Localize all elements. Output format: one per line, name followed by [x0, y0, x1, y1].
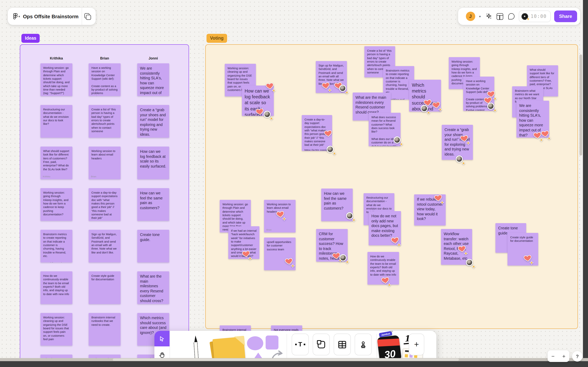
sticky-note-author: Krithika	[43, 175, 50, 178]
sticky-note[interactable]: Brainstorm internal runbooks that we nee…	[89, 313, 121, 346]
sticky-note[interactable]: Working session: cleaning up and organiz…	[41, 313, 72, 346]
sticky-note-text: What are the main milestones every Resen…	[140, 274, 167, 303]
sticky-note[interactable]: Have a working session on Knowledge Cent…	[89, 63, 121, 96]
horizontal-scrollbar[interactable]	[113, 359, 459, 361]
window-edge-right	[583, 0, 588, 367]
zoom-out-button[interactable]: −	[547, 350, 558, 362]
sticky-note[interactable]: Working session to learn about email hea…	[89, 147, 121, 179]
heart-sparkle-sticker[interactable]	[432, 101, 441, 110]
text-tool-button[interactable]: T	[292, 334, 309, 355]
chat-icon[interactable]	[507, 12, 515, 20]
sticky-note[interactable]: Create a “grab your shoes and run” model…	[442, 125, 473, 160]
sticky-note[interactable]: If we had an internal “hack week/launch …	[228, 226, 259, 259]
heart-sparkle-sticker[interactable]	[242, 250, 251, 259]
sticky-note[interactable]: Sign up for Mailgun, SendGrid, and Postm…	[316, 61, 347, 93]
sticky-note-text: Create a “grab your shoes and run” model…	[140, 108, 167, 137]
sticky-note[interactable]: Working session: go through Plain and de…	[41, 63, 72, 96]
sticky-note[interactable]: Working session: going through Inkeep in…	[41, 188, 72, 221]
heart-sparkle-sticker[interactable]	[284, 258, 294, 266]
sticky-note[interactable]: Create style guide for documentation	[507, 233, 538, 266]
heart-sparkle-sticker[interactable]	[434, 194, 443, 203]
avatar-sticker[interactable]	[338, 84, 348, 93]
sticky-note[interactable]: Create tone guide.	[137, 230, 169, 262]
sticky-note[interactable]: Create a list of “this person is having …	[89, 105, 121, 138]
ai-sparkle-icon[interactable]	[485, 12, 493, 20]
sticky-note[interactable]: How do we continuously enable the team t…	[368, 252, 399, 284]
heart-sparkle-sticker[interactable]	[321, 82, 331, 91]
square-shape-tool[interactable]	[266, 335, 278, 350]
select-tool-button[interactable]	[154, 331, 169, 346]
heart-sparkle-sticker[interactable]	[276, 211, 285, 219]
voting-section-label[interactable]: Voting	[207, 34, 227, 43]
music-icon	[521, 13, 529, 20]
add-more-tools-button[interactable]: +	[409, 334, 424, 355]
sticky-note[interactable]: Create a “grab your shoes and run” model…	[137, 105, 169, 138]
help-button[interactable]: ?	[572, 351, 583, 362]
avatar-sticker[interactable]	[339, 254, 348, 262]
heart-sparkle-sticker[interactable]	[541, 130, 550, 139]
zoom-in-button[interactable]: +	[558, 350, 569, 362]
heart-sparkle-sticker[interactable]	[457, 245, 467, 254]
sticky-note[interactable]: Restructuring our documentation - what d…	[41, 105, 72, 138]
sticky-note[interactable]: We are consistently hitting SLA's, how c…	[516, 101, 549, 138]
avatar-sticker[interactable]	[487, 102, 496, 111]
sticky-note[interactable]: Create a day-to-day support expectations…	[89, 188, 121, 221]
avatar-sticker[interactable]	[393, 136, 402, 145]
sticky-note[interactable]: upsell opportunities for customer succes…	[264, 238, 295, 270]
chevron-down-icon[interactable]: ▼	[18, 15, 21, 18]
sticky-note[interactable]: Create style guide for documentation	[89, 271, 121, 304]
ellipse-shape-tool[interactable]	[247, 336, 263, 350]
column-label[interactable]: Krithika	[50, 56, 63, 60]
sticky-note[interactable]: How do we not only add new docs pages, b…	[369, 211, 401, 245]
sticky-note-text: Working session: cleaning up and organiz…	[43, 316, 70, 341]
sticky-note[interactable]: Workflow transfer: watch each other use …	[441, 229, 472, 265]
heart-sparkle-sticker[interactable]	[381, 277, 390, 285]
ideas-section-label[interactable]: Ideas	[21, 34, 40, 43]
sticky-note[interactable]: Create a day-to-day support expectations…	[302, 115, 332, 151]
sticky-note[interactable]: Brainstorm metrics to create reporting o…	[41, 230, 72, 262]
sticky-note-text: What are the main milestones every Resen…	[355, 95, 388, 115]
stamp-tool-button[interactable]	[355, 334, 372, 355]
templates-icon[interactable]	[496, 12, 504, 20]
boards-icon[interactable]	[86, 13, 89, 20]
heart-sparkle-sticker[interactable]	[460, 135, 469, 143]
sticky-note[interactable]: What does success mean for a Resend cust…	[369, 113, 401, 146]
sticky-note[interactable]: Sign up for Mailgun, SendGrid, and Postm…	[89, 230, 121, 262]
avatar-sticker[interactable]	[345, 212, 355, 220]
sticky-note[interactable]: Have a working session on Knowledge Cent…	[463, 77, 494, 111]
sticky-note-author: Brian	[91, 175, 96, 178]
share-button[interactable]: Share	[554, 10, 577, 22]
avatar-sticker[interactable]	[326, 145, 335, 154]
heart-sparkle-sticker[interactable]	[390, 237, 400, 245]
avatar-sticker[interactable]	[263, 110, 272, 119]
avatar-chevron-icon[interactable]: ▼	[479, 15, 481, 18]
table-tool-button[interactable]	[334, 334, 351, 355]
sticky-note[interactable]: How can we log feedback at scale so its …	[242, 85, 274, 116]
heart-sparkle-sticker[interactable]	[523, 255, 532, 263]
heart-sparkle-sticker[interactable]	[265, 83, 275, 91]
sticky-note[interactable]: Which metrics should success care about …	[409, 80, 441, 112]
figma-logo-icon[interactable]	[13, 12, 18, 20]
avatar-sticker[interactable]	[420, 105, 429, 113]
sticky-note[interactable]: How can we feel the same pain as custome…	[321, 189, 353, 221]
file-title[interactable]: Ops Offsite Brainstorm	[23, 13, 79, 19]
section-tool-button[interactable]	[313, 334, 330, 355]
heart-sticker[interactable]	[324, 130, 333, 138]
sticky-note[interactable]: How can we feel the same pain as custome…	[137, 188, 169, 221]
sticky-note[interactable]: CRM for customer success? How to track m…	[316, 229, 348, 262]
sticky-note[interactable]: How do we continuously enable the team t…	[41, 271, 72, 304]
avatar[interactable]: J	[466, 12, 475, 21]
column-label[interactable]: Brian	[100, 56, 109, 60]
sticky-note[interactable]: If we rebuilt retool customer view today…	[414, 194, 446, 225]
timer-widget[interactable]: 10:00	[519, 10, 550, 22]
vertical-scrollbar[interactable]	[580, 54, 582, 156]
sticky-note-link[interactable]: https://a16z.com/good-product-manager-ba…	[304, 149, 329, 151]
sticky-note[interactable]: What should support look like for differ…	[41, 147, 72, 179]
avatar-sticker[interactable]	[455, 155, 464, 164]
avatar-sticker[interactable]	[465, 259, 474, 267]
sticky-note[interactable]: We are consistently hitting SLA's, how c…	[137, 63, 169, 96]
sticky-note[interactable]: Working session to learn about email hea…	[264, 200, 295, 233]
sticky-note[interactable]: What are the main milestones every Resen…	[137, 271, 169, 304]
column-label[interactable]: Jonni	[149, 56, 158, 60]
sticky-note[interactable]: How can we log feedback at scale so its …	[137, 147, 169, 179]
